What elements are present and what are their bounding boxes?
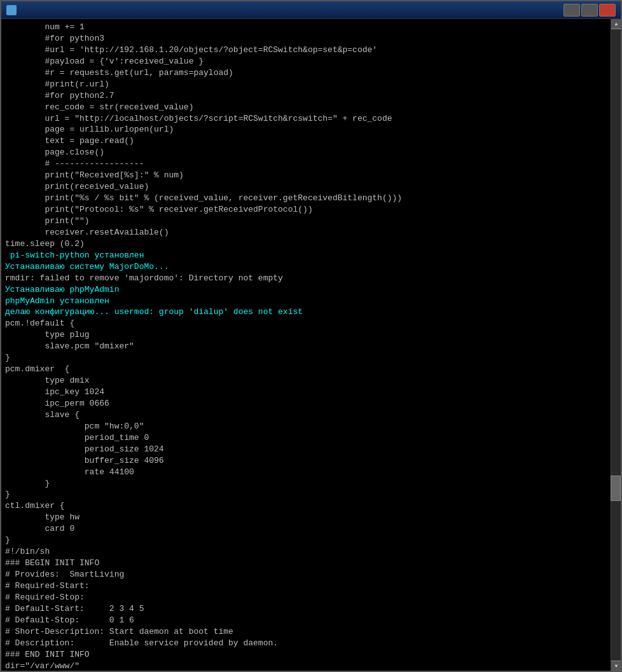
terminal-line: } (5, 489, 617, 500)
terminal-line: Устанавливаю phpMyAdmin (5, 284, 617, 296)
terminal-line: pi-switch-python установлен (5, 250, 617, 261)
terminal-line: #!/bin/sh (5, 546, 617, 558)
terminal-line: type dmix (5, 375, 617, 387)
minimize-button[interactable] (563, 4, 580, 17)
terminal-line: # Required-Stop: (5, 592, 617, 603)
terminal-line: Устанавливаю систему MajorDoMo... (5, 261, 617, 273)
terminal-line: page = urllib.urlopen(url) (5, 124, 617, 135)
terminal-line: # Required-Start: (5, 580, 617, 592)
title-bar (1, 1, 621, 19)
terminal-line: buffer_size 4096 (5, 455, 617, 467)
terminal-line: ### END INIT INFO (5, 649, 617, 661)
terminal-line: ipc_key 1024 (5, 387, 617, 398)
terminal-line: # Short-Description: Start daemon at boo… (5, 626, 617, 638)
terminal-line: dir="/var/www/" (5, 661, 617, 671)
terminal-line: page.close() (5, 147, 617, 158)
terminal-line: # ------------------ (5, 158, 617, 170)
terminal-line: # Default-Start: 2 3 4 5 (5, 603, 617, 615)
terminal-line: pcm "hw:0,0" (5, 421, 617, 432)
terminal-line: # Default-Stop: 0 1 6 (5, 615, 617, 626)
scrollbar-down-arrow[interactable]: ▼ (611, 661, 621, 671)
window-icon (6, 5, 17, 15)
terminal-line: rate 44100 (5, 467, 617, 478)
terminal-line: } (5, 352, 617, 364)
terminal-line: } (5, 535, 617, 546)
terminal-line: slave { (5, 409, 617, 421)
terminal-line: # Description: Enable service provided b… (5, 638, 617, 649)
terminal-line: period_size 1024 (5, 444, 617, 455)
terminal-line: #payload = {'v':received_value } (5, 56, 617, 67)
terminal-line: print("Received[%s]:" % num) (5, 170, 617, 181)
terminal-line: pcm.!default { (5, 318, 617, 329)
terminal-line: card 0 (5, 523, 617, 535)
terminal-line: ctl.dmixer { (5, 500, 617, 512)
scrollbar-up-arrow[interactable]: ▲ (611, 19, 621, 29)
terminal-line: #url = 'http://192.168.1.20/objects/?obj… (5, 45, 617, 56)
terminal-line: receiver.resetAvailable() (5, 227, 617, 238)
terminal-line: rmdir: failed to remove 'majordomo': Dir… (5, 273, 617, 284)
terminal-line: #print(r.url) (5, 79, 617, 90)
terminal-line: # Provides: SmartLiving (5, 569, 617, 580)
terminal-line: делаю конфигурацию... usermod: group 'di… (5, 306, 617, 318)
terminal-line: #for python3 (5, 33, 617, 45)
terminal-line: num += 1 (5, 22, 617, 33)
terminal-line: url = "http://localhost/objects/?script=… (5, 113, 617, 125)
terminal-line: #for python2.7 (5, 90, 617, 102)
terminal-line: slave.pcm "dmixer" (5, 341, 617, 352)
terminal-line: } (5, 478, 617, 490)
terminal-line: print(received_value) (5, 181, 617, 193)
terminal-line: rec_code = str(received_value) (5, 102, 617, 113)
terminal-line: time.sleep (0.2) (5, 238, 617, 250)
terminal-line: period_time 0 (5, 432, 617, 444)
terminal-line: print("Protocol: %s" % receiver.getRecei… (5, 204, 617, 216)
terminal-line: ipc_perm 0666 (5, 398, 617, 409)
terminal-line: print("") (5, 216, 617, 227)
terminal-line: phpMyAdmin установлен (5, 296, 617, 307)
terminal-line: type hw (5, 512, 617, 523)
restore-button[interactable] (581, 4, 598, 17)
terminal-line: ### BEGIN INIT INFO (5, 558, 617, 569)
terminal-line: type plug (5, 329, 617, 341)
terminal-line: pcm.dmixer { (5, 364, 617, 375)
terminal-line: #r = requests.get(url, params=payload) (5, 67, 617, 79)
terminal-line: text = page.read() (5, 135, 617, 147)
scrollbar-thumb[interactable] (611, 476, 621, 501)
scrollbar[interactable]: ▲ ▼ (611, 19, 621, 671)
terminal-area[interactable]: num += 1 #for python3 #url = 'http://192… (1, 19, 621, 671)
terminal-output: num += 1 #for python3 #url = 'http://192… (5, 22, 617, 671)
putty-window: num += 1 #for python3 #url = 'http://192… (0, 0, 622, 672)
window-controls (563, 4, 616, 17)
close-button[interactable] (599, 4, 616, 17)
terminal-line: print("%s / %s bit" % (received_value, r… (5, 193, 617, 204)
